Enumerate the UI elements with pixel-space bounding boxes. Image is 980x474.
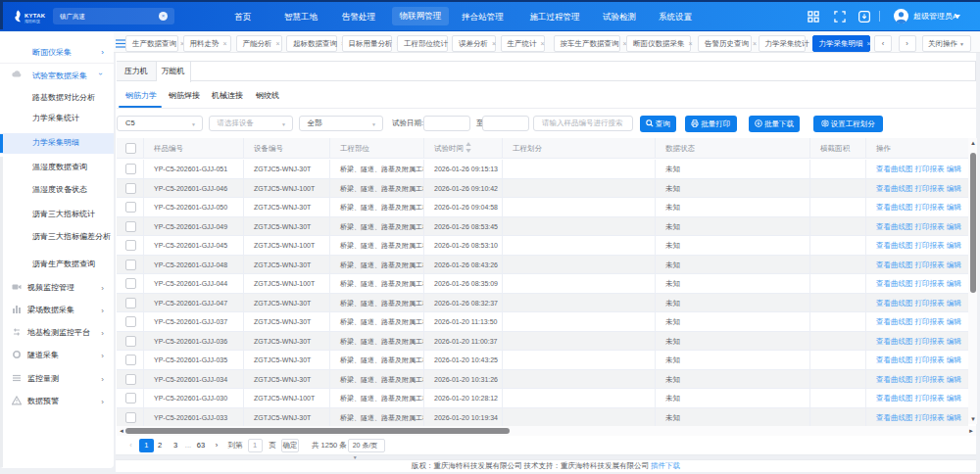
svg-text:KYTAK: KYTAK <box>24 13 46 19</box>
svg-text:海特科技: 海特科技 <box>24 19 40 24</box>
